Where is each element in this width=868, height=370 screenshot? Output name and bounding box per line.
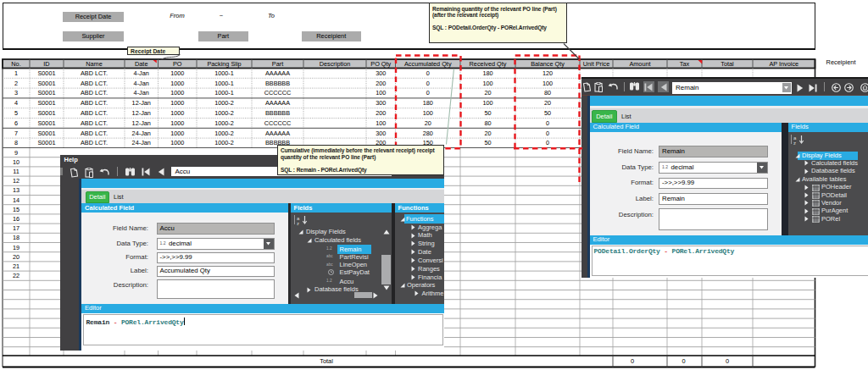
- svg-text:z: z: [297, 220, 299, 225]
- svg-text:z: z: [793, 140, 796, 145]
